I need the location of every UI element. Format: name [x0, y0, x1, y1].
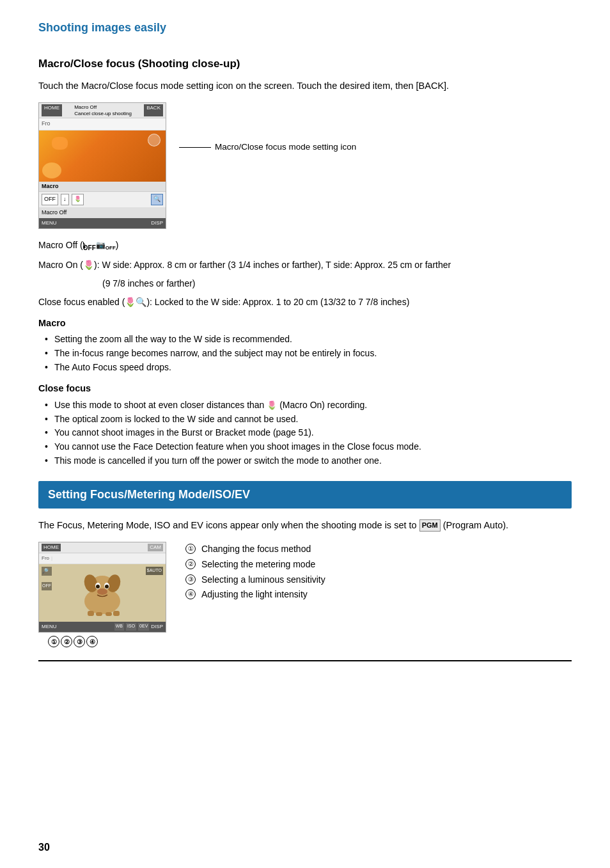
cam2-side-icons: $AUTO [146, 567, 163, 575]
close-focus-bullet-1: Use this mode to shoot at even closer di… [45, 398, 572, 413]
macro-off-text-label: Macro Off ( [38, 240, 83, 250]
cam2-image-area: $AUTO 🔎 OFF [39, 564, 166, 622]
svg-point-6 [96, 585, 100, 588]
cam-macro-off-text: Macro Off [42, 209, 66, 217]
close-focus-close: ): Locked to the W side: Approx. 1 to 20… [146, 297, 409, 307]
close-focus-bullet-3: You cannot shoot images in the Burst or … [45, 426, 572, 440]
focus-item-4: ④ Adjusting the light intensity [185, 587, 325, 603]
cam-icon-macro-off: OFF [42, 194, 58, 205]
cam-menu-bar: MENU DISP [39, 218, 166, 228]
cam2-left-icon-1: 🔎 [42, 567, 52, 576]
focus-numbered-list: ① Changing the focus method ② Selecting … [185, 542, 325, 603]
callout-2: ② [61, 636, 72, 647]
cam-top-bar: HOME Macro Off Cancel close-up shooting … [39, 103, 166, 118]
cam2-top-bar: HOME CAM [39, 542, 166, 553]
focus-item-1-text: Changing the focus method [201, 544, 311, 554]
focus-intro-text-2: (Program Auto). [443, 520, 508, 530]
callout-4: ④ [86, 636, 98, 647]
bottom-divider [38, 660, 572, 661]
callout-numbers-row: ① ② ③ ④ [48, 636, 98, 647]
focus-intro-text: The Focus, Metering Mode, ISO and EV ico… [38, 518, 572, 532]
svg-rect-11 [106, 612, 112, 616]
svg-rect-10 [96, 612, 102, 616]
cam2-left-icons: 🔎 OFF [42, 567, 52, 590]
macro-bullet-2: The in-focus range becomes narrow, and t… [45, 347, 572, 361]
cam-bottom-icons: OFF ↓ 🌷 🔍 [39, 191, 166, 207]
macro-bullet-1: Setting the zoom all the way to the W si… [45, 333, 572, 347]
close-focus-text-label: Close focus enabled ( [38, 297, 125, 307]
macro-on-inline-icon: 🌷 [267, 400, 277, 410]
pgm-badge: PGM [419, 519, 441, 532]
focus-item-3-text: Selecting a luminous sensitivity [201, 574, 325, 585]
cam2-bottom-wb: WB [114, 623, 124, 631]
macro-icon-label-row: Macro/Close focus mode setting icon [179, 141, 356, 154]
macro-on-icon: 🌷 [83, 260, 94, 270]
cam-macro-label: Macro [39, 182, 166, 192]
cam-image-area [39, 130, 166, 182]
cam2-disp-label: DISP [151, 623, 163, 631]
cam-mode-sublabel: Cancel close-up shooting [74, 111, 132, 117]
cam-fro-icon: Fro [42, 120, 51, 129]
svg-rect-9 [88, 611, 94, 616]
cam2-menu-row: MENU WB ISO 0EV DISP [39, 622, 166, 632]
cam2-bottom-0ev: 0EV [138, 623, 149, 631]
cam-menu-label: MENU [42, 219, 57, 227]
callout-1: ① [48, 636, 59, 647]
macro-on-desc: Macro On (🌷): W side: Approx. 8 cm or fa… [38, 258, 572, 272]
page-number: 30 [38, 840, 50, 855]
camera-screen-1-container: HOME Macro Off Cancel close-up shooting … [38, 102, 572, 229]
focus-item-3: ③ Selecting a luminous sensitivity [185, 572, 325, 588]
dog-image [77, 569, 128, 617]
focus-item-2: ② Selecting the metering mode [185, 557, 325, 572]
callout-3: ③ [74, 636, 85, 647]
cam2-fro-icon: Fro [42, 555, 49, 562]
macro-bullet-3: The Auto Focus speed drops. [45, 361, 572, 375]
macro-bullet-list: Setting the zoom all the way to the W si… [45, 333, 572, 374]
section-header: Shooting images easily [38, 19, 572, 36]
cam-icon-close-focus: 🔍 [151, 194, 163, 205]
close-focus-bullet-list: Use this mode to shoot at even closer di… [45, 398, 572, 468]
circle-num-1: ① [185, 544, 196, 554]
cam-icon-macro-flower: 🌷 [72, 194, 84, 205]
focus-item-1: ① Changing the focus method [185, 542, 325, 557]
cam2-bottom-iso: ISO [126, 623, 136, 631]
cam-back-btn: BACK [144, 104, 163, 116]
macro-off-icon: 𝅘𝅥𝅮OFF [83, 241, 96, 250]
cam2-separator: | [51, 555, 52, 562]
svg-rect-12 [113, 611, 120, 616]
cam-macro-off-row: Macro Off [39, 207, 166, 219]
macro-section-title: Macro/Close focus (Shooting close-up) [38, 56, 572, 72]
cam-flower-decoration [148, 134, 160, 146]
camera-screen-2-container: HOME CAM Fro | [38, 542, 572, 647]
arrow-line [179, 147, 211, 148]
close-focus-bullet-5: This mode is cancelled if you turn off t… [45, 454, 572, 468]
cam-icon-down: ↓ [61, 194, 69, 205]
camera-screen-2: HOME CAM Fro | [38, 542, 166, 633]
macro-off-close: ) [116, 240, 119, 250]
close-focus-subheading: Close focus [38, 382, 572, 396]
macro-off-icon-alt: 📷OFF [96, 241, 116, 249]
circle-num-4: ④ [185, 589, 196, 599]
cam2-off-icon: OFF [42, 582, 52, 590]
circle-num-2: ② [185, 559, 196, 569]
svg-point-7 [105, 585, 109, 588]
svg-point-8 [97, 588, 107, 595]
cam-mode-label: Macro Off [74, 104, 132, 111]
cam2-sauto-icon: $AUTO [146, 567, 163, 575]
macro-on-text-label: Macro On ( [38, 260, 83, 270]
macro-icon-label: Macro/Close focus mode setting icon [215, 141, 356, 154]
macro-subheading: Macro [38, 317, 572, 331]
macro-intro-text: Touch the Macro/Close focus mode setting… [38, 79, 572, 93]
focus-section-header: Setting Focus/Metering Mode/ISO/EV [38, 481, 572, 509]
macro-on-indent: (9 7/8 inches or farther) [102, 277, 572, 290]
cam2-home-label: HOME [42, 544, 61, 551]
macro-on-close: ): W side: Approx. 8 cm or farther (3 1/… [94, 260, 451, 270]
camera-screen-1: HOME Macro Off Cancel close-up shooting … [38, 102, 166, 229]
close-focus-bullet-4: You cannot use the Face Detection featur… [45, 440, 572, 454]
macro-on-indent-text: (9 7/8 inches or farther) [102, 278, 196, 288]
focus-item-4-text: Adjusting the light intensity [201, 589, 308, 599]
close-focus-desc: Close focus enabled (🌷🔍): Locked to the … [38, 296, 572, 309]
close-focus-icon: 🌷🔍 [125, 297, 146, 307]
cam-disp-label: DISP [151, 219, 163, 227]
cam2-menu-label: MENU [42, 623, 57, 631]
